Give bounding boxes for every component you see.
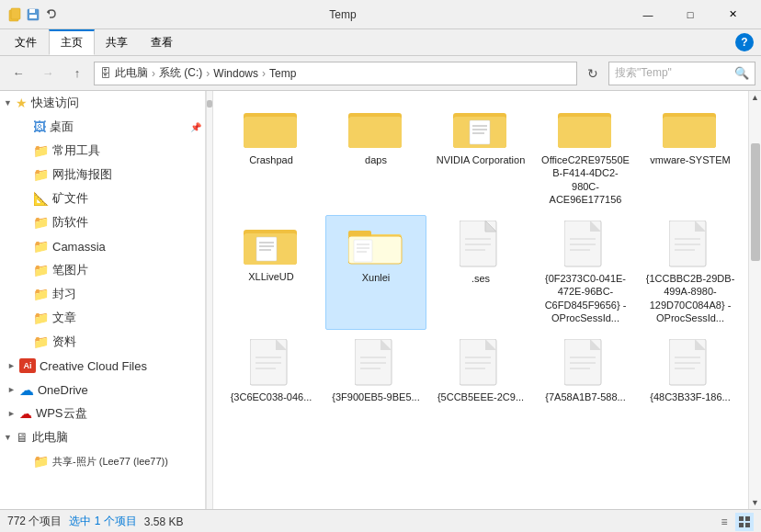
tab-share[interactable]: 共享 — [95, 29, 140, 55]
minimize-button[interactable]: — — [627, 0, 669, 29]
close-button[interactable]: ✕ — [711, 0, 754, 29]
scroll-thumb[interactable] — [751, 143, 760, 261]
wps-label: WPS云盘 — [36, 405, 87, 422]
sidebar-pics-label: 笔图片 — [52, 262, 88, 278]
file-svg-7a — [564, 339, 607, 387]
file-item-7a[interactable]: {7A58A1B7-588... — [535, 334, 636, 416]
folder-svg-office — [558, 104, 613, 150]
save-icon — [26, 7, 40, 22]
file-item-48[interactable]: {48C3B33F-186... — [640, 334, 741, 416]
file-svg-1c — [669, 221, 711, 268]
file-item-vmware[interactable]: vmware-SYSTEM — [640, 98, 741, 211]
path-windows: Windows — [213, 67, 258, 80]
window-title: Temp — [59, 8, 627, 21]
sidebar-item-data[interactable]: 📁 资料 — [0, 330, 205, 354]
file-area: Crashpad daps — [213, 91, 748, 509]
tab-home[interactable]: 主页 — [49, 29, 95, 55]
window-controls[interactable]: — □ ✕ — [627, 0, 754, 29]
star-icon: ★ — [16, 96, 28, 110]
folder-svg-vmware — [663, 104, 718, 150]
help-button[interactable]: ? — [735, 33, 754, 51]
sidebar-item-camassia[interactable]: 📁 Camassia — [0, 234, 205, 258]
file-label-48: {48C3B33F-186... — [650, 391, 730, 403]
chevron-right-icon-wps: ► — [7, 409, 16, 418]
sidebar-item-pics[interactable]: 📁 笔图片 — [0, 258, 205, 282]
window-icon — [7, 7, 22, 22]
sidebar-scrollbar[interactable] — [206, 91, 213, 509]
folder-svg-xunlei — [348, 221, 403, 267]
file-label-3c: {3C6EC038-046... — [231, 391, 312, 403]
refresh-button[interactable]: ↻ — [581, 62, 605, 85]
sidebar-item-creative-cloud[interactable]: ► Ai Creative Cloud Files — [0, 354, 205, 378]
status-size: 3.58 KB — [144, 515, 184, 528]
file-item-3f[interactable]: {3F900EB5-9BE5... — [325, 334, 426, 416]
svg-rect-28 — [256, 237, 277, 261]
pin-icon: 📌 — [190, 122, 201, 132]
sidebar-item-files[interactable]: 📐 矿文件 — [0, 187, 205, 210]
svg-rect-15 — [470, 120, 490, 144]
file-item-5c[interactable]: {5CCB5EEE-2C9... — [430, 334, 531, 416]
status-bar: 772 个项目 选中 1 个项目 3.58 KB ≡ — [0, 509, 761, 532]
address-bar: ← → ↑ 🗄 此电脑 › 系统 (C:) › Windows › Temp ↻… — [0, 56, 761, 91]
share-folder-icon: 📁 — [33, 454, 49, 469]
forward-button[interactable]: → — [35, 62, 61, 85]
sidebar-item-poster[interactable]: 📁 网批海报图 — [0, 163, 205, 187]
back-button[interactable]: ← — [6, 62, 31, 85]
path-sep-2: › — [206, 67, 210, 80]
search-box[interactable]: 搜索"Temp" 🔍 — [608, 62, 755, 85]
file-item-nvidia[interactable]: NVIDIA Corporation — [430, 98, 531, 211]
grid-view-button[interactable] — [735, 513, 754, 531]
path-temp: Temp — [269, 67, 296, 80]
search-icon: 🔍 — [734, 66, 749, 80]
sidebar-item-article[interactable]: 📁 文章 — [0, 306, 205, 330]
chevron-right-icon-od: ► — [7, 385, 16, 394]
file-item-crashpad[interactable]: Crashpad — [221, 98, 322, 211]
sidebar-item-wps[interactable]: ► ☁ WPS云盘 — [0, 402, 205, 425]
sidebar: ▼ ★ 快速访问 🖼 桌面 📌 📁 常用工具 📁 网批海报图 📐 矿文件 📁 防… — [0, 91, 206, 509]
folder-icon-tools: 📁 — [33, 143, 49, 158]
sidebar-item-shared[interactable]: 📁 共享-照片 (Lee77 (lee77)) — [0, 449, 205, 473]
file-item-xlliveum[interactable]: XLLiveUD — [221, 215, 322, 330]
file-item-1c[interactable]: {1CCBBC2B-29DB-499A-8980-129D70C084A8} -… — [640, 215, 741, 330]
sidebar-item-onedrive[interactable]: ► ☁ OneDrive — [0, 378, 205, 402]
tab-view[interactable]: 查看 — [140, 29, 185, 55]
wps-icon: ☁ — [19, 406, 32, 421]
folder-icon-article: 📁 — [33, 311, 49, 325]
file-item-0f[interactable]: {0F2373C0-041E-472E-96BC-C6FD845F9656} -… — [535, 215, 636, 330]
scroll-down-arrow[interactable]: ▼ — [749, 496, 762, 509]
sidebar-desktop-label: 桌面 — [50, 119, 74, 135]
file-label-1c: {1CCBBC2B-29DB-499A-8980-129D70C084A8} -… — [644, 272, 736, 324]
chevron-right-icon: ► — [7, 361, 16, 370]
path-c: 系统 (C:) — [159, 65, 202, 81]
file-label-daps: daps — [365, 153, 387, 166]
svg-rect-81 — [745, 516, 750, 521]
sidebar-item-tools[interactable]: 📁 常用工具 — [0, 139, 205, 163]
sidebar-antivirus-label: 防软件 — [52, 214, 88, 231]
sidebar-item-desktop[interactable]: 🖼 桌面 📌 — [0, 115, 205, 139]
file-item-xunlei[interactable]: Xunlei — [325, 215, 426, 330]
maximize-button[interactable]: □ — [669, 0, 711, 29]
file-item-daps[interactable]: daps — [325, 98, 426, 211]
right-scrollbar[interactable]: ▲ ▼ — [748, 91, 761, 509]
sidebar-item-antivirus[interactable]: 📁 防软件 — [0, 210, 205, 234]
file-item-ses[interactable]: .ses — [430, 215, 531, 330]
file-label-vmware: vmware-SYSTEM — [650, 153, 730, 166]
up-button[interactable]: ↑ — [64, 62, 90, 85]
quick-access-group[interactable]: ▼ ★ 快速访问 — [0, 91, 205, 115]
path-sep-1: › — [152, 67, 155, 80]
list-view-button[interactable]: ≡ — [715, 513, 733, 531]
svg-rect-82 — [739, 523, 744, 527]
file-label-xunlei: Xunlei — [362, 271, 391, 284]
onedrive-label: OneDrive — [38, 383, 88, 397]
file-item-3c[interactable]: {3C6EC038-046... — [221, 334, 322, 416]
this-pc-group[interactable]: ▼ 🖥 此电脑 — [0, 425, 205, 449]
chevron-down-icon-pc: ▼ — [4, 433, 12, 442]
sidebar-item-cover[interactable]: 📁 封习 — [0, 282, 205, 306]
file-item-office[interactable]: OfficeC2RE97550EB-F414-4DC2-980C-ACE96E1… — [535, 98, 636, 211]
scroll-track[interactable] — [749, 104, 761, 496]
address-path[interactable]: 🗄 此电脑 › 系统 (C:) › Windows › Temp — [94, 62, 577, 85]
scroll-up-arrow[interactable]: ▲ — [749, 91, 762, 104]
path-pc-label: 此电脑 — [115, 65, 148, 81]
sidebar-camassia-label: Camassia — [52, 240, 106, 254]
tab-file[interactable]: 文件 — [4, 29, 49, 55]
